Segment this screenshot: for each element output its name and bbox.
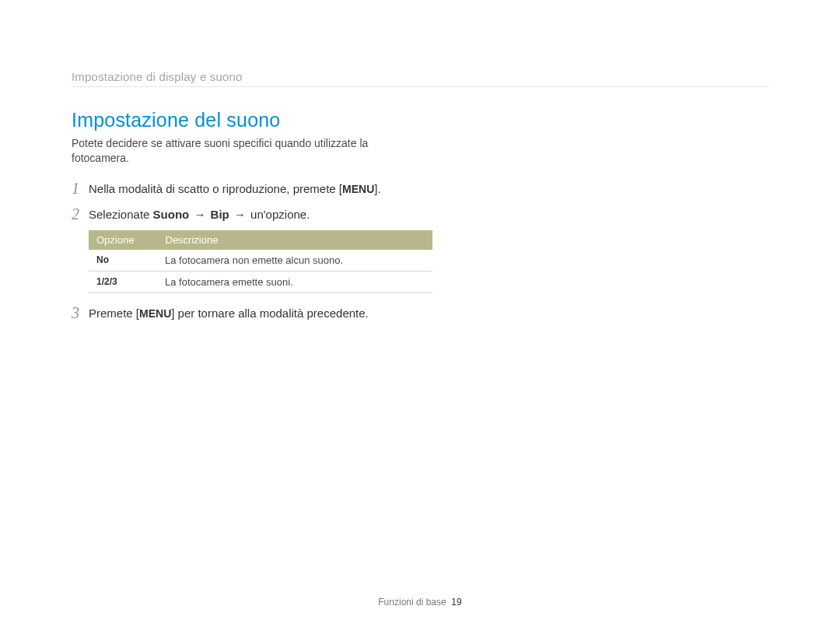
- step-pre: Premete [: [89, 306, 139, 320]
- menu-path-bip: Bip: [211, 208, 229, 221]
- menu-key: MENU: [139, 307, 171, 320]
- options-table: Opzione Descrizione No La fotocamera non…: [89, 230, 432, 293]
- arrow-icon: →: [233, 206, 247, 223]
- step-post: ] per tornare alla modalità precedente.: [171, 306, 368, 320]
- table-row: 1/2/3 La fotocamera emette suoni.: [89, 271, 432, 293]
- step-post: ].: [374, 182, 380, 195]
- step-text: Selezionate Suono → Bip → un'opzione.: [89, 205, 310, 223]
- description-cell: La fotocamera non emette alcun suono.: [157, 250, 432, 271]
- arrow-icon: →: [192, 206, 207, 223]
- intro-text: Potete decidere se attivare suoni specif…: [72, 136, 406, 166]
- breadcrumb: Impostazione di display e suono: [72, 70, 768, 87]
- option-cell: 1/2/3: [89, 271, 157, 293]
- step-pre: Selezionate: [89, 208, 153, 221]
- footer-section: Funzioni di base: [378, 597, 446, 608]
- step-3: 3 Premete [MENU] per tornare alla modali…: [72, 304, 768, 322]
- page-footer: Funzioni di base 19: [0, 597, 840, 608]
- menu-key: MENU: [342, 183, 374, 195]
- option-cell: No: [89, 250, 157, 271]
- step-pre: Nella modalità di scatto o riproduzione,…: [89, 182, 342, 195]
- table-header-option: Opzione: [89, 230, 157, 250]
- table-row: No La fotocamera non emette alcun suono.: [89, 250, 432, 271]
- table-header-description: Descrizione: [157, 230, 432, 250]
- page-heading: Impostazione del suono: [72, 109, 768, 131]
- step-post: un'opzione.: [247, 208, 310, 221]
- step-text: Nella modalità di scatto o riproduzione,…: [89, 180, 381, 198]
- step-number: 2: [72, 205, 89, 222]
- step-number: 3: [72, 304, 89, 321]
- step-number: 1: [72, 180, 89, 197]
- step-1: 1 Nella modalità di scatto o riproduzion…: [72, 180, 768, 198]
- description-cell: La fotocamera emette suoni.: [157, 271, 432, 293]
- step-text: Premete [MENU] per tornare alla modalità…: [89, 304, 369, 322]
- step-2: 2 Selezionate Suono → Bip → un'opzione.: [72, 205, 768, 223]
- menu-path-suono: Suono: [153, 208, 190, 221]
- footer-page-number: 19: [451, 597, 461, 608]
- steps-list: 1 Nella modalità di scatto o riproduzion…: [72, 180, 768, 322]
